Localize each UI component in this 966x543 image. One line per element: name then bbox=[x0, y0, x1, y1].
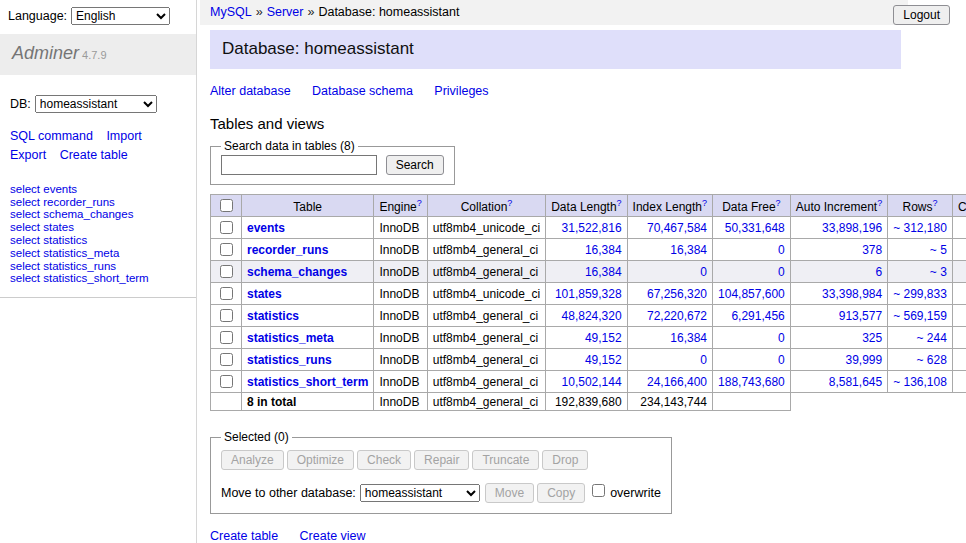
bulk-action-button[interactable]: Analyze bbox=[221, 450, 284, 470]
engine-cell: InnoDB bbox=[374, 261, 427, 283]
create-link[interactable]: Create view bbox=[300, 529, 366, 543]
index-length-link[interactable]: 16,384 bbox=[670, 243, 707, 257]
copy-button[interactable]: Copy bbox=[537, 483, 585, 503]
row-checkbox[interactable] bbox=[220, 243, 233, 256]
column-help-link[interactable]: ? bbox=[617, 198, 622, 208]
sidebar-table-select-link[interactable]: select recorder_runs bbox=[10, 196, 115, 208]
index-length-link[interactable]: 70,467,584 bbox=[647, 221, 707, 235]
index-length-link[interactable]: 16,384 bbox=[670, 331, 707, 345]
index-length-link[interactable]: 24,166,400 bbox=[647, 375, 707, 389]
rows-count-link[interactable]: ~ 299,833 bbox=[893, 287, 947, 301]
data-free-link[interactable]: 104,857,600 bbox=[718, 287, 785, 301]
column-help-link[interactable]: ? bbox=[776, 198, 781, 208]
bulk-action-button[interactable]: Repair bbox=[414, 450, 469, 470]
rows-count-link[interactable]: ~ 136,108 bbox=[893, 375, 947, 389]
row-checkbox[interactable] bbox=[220, 221, 233, 234]
data-free-link[interactable]: 0 bbox=[778, 353, 785, 367]
table-name-link[interactable]: statistics bbox=[247, 309, 299, 323]
column-help-link[interactable]: ? bbox=[417, 198, 422, 208]
auto-increment-link[interactable]: 378 bbox=[862, 243, 882, 257]
rows-count-link[interactable]: ~ 569,159 bbox=[893, 309, 947, 323]
sidebar-table-select-link[interactable]: select statistics_meta bbox=[10, 247, 119, 259]
auto-increment-link[interactable]: 6 bbox=[875, 265, 882, 279]
auto-increment-link[interactable]: 33,398,984 bbox=[822, 287, 882, 301]
data-free-link[interactable]: 0 bbox=[778, 243, 785, 257]
sidebar-table-select-link[interactable]: select statistics bbox=[10, 234, 87, 246]
rows-count-link[interactable]: ~ 628 bbox=[917, 353, 947, 367]
language-select[interactable]: English bbox=[71, 7, 170, 25]
breadcrumb-link-mysql[interactable]: MySQL bbox=[210, 5, 252, 19]
search-input[interactable] bbox=[221, 155, 377, 175]
logout-button[interactable]: Logout bbox=[893, 5, 950, 25]
db-select[interactable]: homeassistant bbox=[35, 95, 157, 113]
sidebar-table-select-link[interactable]: select events bbox=[10, 183, 77, 195]
sidebar-table-select-link[interactable]: select schema_changes bbox=[10, 208, 133, 220]
move-db-select[interactable]: homeassistant bbox=[360, 484, 480, 502]
auto-increment-link[interactable]: 8,581,645 bbox=[829, 375, 882, 389]
table-name-link[interactable]: states bbox=[247, 287, 282, 301]
sidebar-action-link[interactable]: Import bbox=[106, 129, 141, 143]
select-all-checkbox[interactable] bbox=[220, 199, 233, 212]
table-name-link[interactable]: statistics_meta bbox=[247, 331, 334, 345]
row-checkbox[interactable] bbox=[220, 375, 233, 388]
rows-count-link[interactable]: ~ 244 bbox=[917, 331, 947, 345]
rows-count-link[interactable]: ~ 312,180 bbox=[893, 221, 947, 235]
bulk-action-button[interactable]: Optimize bbox=[287, 450, 354, 470]
data-free-link[interactable]: 0 bbox=[778, 331, 785, 345]
data-free-link[interactable]: 188,743,680 bbox=[718, 375, 785, 389]
row-checkbox[interactable] bbox=[220, 265, 233, 278]
table-name-link[interactable]: events bbox=[247, 221, 285, 235]
bulk-action-button[interactable]: Drop bbox=[542, 450, 588, 470]
database-nav-link[interactable]: Privileges bbox=[434, 84, 488, 98]
data-length-link[interactable]: 10,502,144 bbox=[562, 375, 622, 389]
index-length-link[interactable]: 72,220,672 bbox=[647, 309, 707, 323]
auto-increment-link[interactable]: 325 bbox=[862, 331, 882, 345]
data-length-link[interactable]: 16,384 bbox=[585, 265, 622, 279]
auto-increment-link[interactable]: 913,577 bbox=[839, 309, 882, 323]
column-help-link[interactable]: ? bbox=[507, 198, 512, 208]
bulk-action-button[interactable]: Check bbox=[357, 450, 411, 470]
index-length-link[interactable]: 67,256,320 bbox=[647, 287, 707, 301]
row-checkbox[interactable] bbox=[220, 287, 233, 300]
database-nav-link[interactable]: Alter database bbox=[210, 84, 291, 98]
sidebar-table-select-link[interactable]: select statistics_short_term bbox=[10, 272, 149, 284]
overwrite-label[interactable]: overwrite bbox=[610, 486, 661, 500]
rows-count-link[interactable]: ~ 3 bbox=[930, 265, 947, 279]
search-button[interactable]: Search bbox=[386, 155, 444, 175]
table-name-link[interactable]: schema_changes bbox=[247, 265, 347, 279]
sidebar-table-select-link[interactable]: select statistics_runs bbox=[10, 260, 116, 272]
overwrite-checkbox[interactable] bbox=[592, 484, 605, 497]
data-length-link[interactable]: 49,152 bbox=[585, 331, 622, 345]
row-checkbox[interactable] bbox=[220, 331, 233, 344]
sidebar-table-select-link[interactable]: select states bbox=[10, 221, 74, 233]
rows-count-link[interactable]: ~ 5 bbox=[930, 243, 947, 257]
create-link[interactable]: Create table bbox=[210, 529, 278, 543]
table-name-link[interactable]: statistics_short_term bbox=[247, 375, 368, 389]
data-length-link[interactable]: 48,824,320 bbox=[562, 309, 622, 323]
column-help-link[interactable]: ? bbox=[702, 198, 707, 208]
data-length-link[interactable]: 49,152 bbox=[585, 353, 622, 367]
breadcrumb-link-server[interactable]: Server bbox=[267, 5, 304, 19]
data-length-link[interactable]: 31,522,816 bbox=[562, 221, 622, 235]
data-length-link[interactable]: 101,859,328 bbox=[555, 287, 622, 301]
index-length-link[interactable]: 0 bbox=[700, 353, 707, 367]
auto-increment-link[interactable]: 33,898,196 bbox=[822, 221, 882, 235]
index-length-link[interactable]: 0 bbox=[700, 265, 707, 279]
data-length-link[interactable]: 16,384 bbox=[585, 243, 622, 257]
sidebar-action-link[interactable]: SQL command bbox=[10, 129, 93, 143]
sidebar-action-link[interactable]: Create table bbox=[60, 148, 128, 162]
data-free-link[interactable]: 6,291,456 bbox=[731, 309, 784, 323]
table-name-link[interactable]: recorder_runs bbox=[247, 243, 328, 257]
column-help-link[interactable]: ? bbox=[933, 198, 938, 208]
sidebar-action-link[interactable]: Export bbox=[10, 148, 46, 162]
database-nav-link[interactable]: Database schema bbox=[312, 84, 413, 98]
data-free-link[interactable]: 50,331,648 bbox=[725, 221, 785, 235]
row-checkbox[interactable] bbox=[220, 353, 233, 366]
column-help-link[interactable]: ? bbox=[877, 198, 882, 208]
move-button[interactable]: Move bbox=[485, 483, 534, 503]
auto-increment-link[interactable]: 39,999 bbox=[845, 353, 882, 367]
table-name-link[interactable]: statistics_runs bbox=[247, 353, 332, 367]
row-checkbox[interactable] bbox=[220, 309, 233, 322]
bulk-action-button[interactable]: Truncate bbox=[472, 450, 539, 470]
data-free-link[interactable]: 0 bbox=[778, 265, 785, 279]
